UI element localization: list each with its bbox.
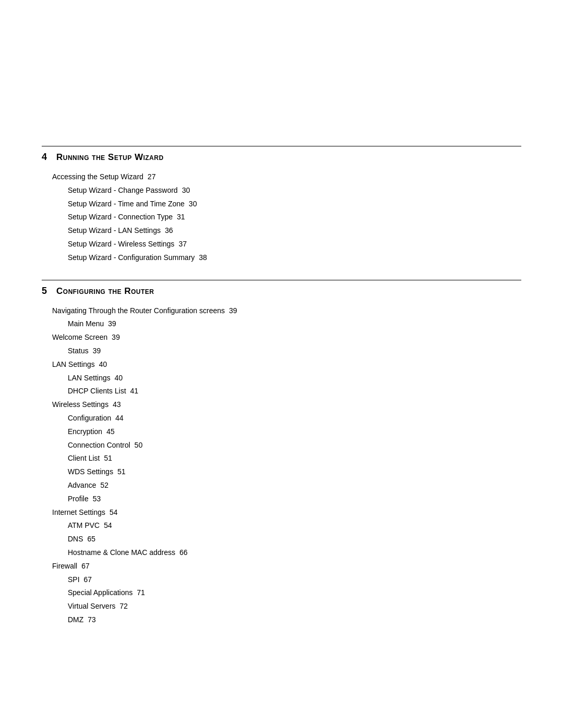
toc-entry: WDS Settings51: [42, 466, 521, 478]
toc-label: Client List: [68, 452, 100, 465]
toc-entry: ATM PVC54: [42, 520, 521, 532]
toc-entry: DNS65: [42, 533, 521, 546]
section-header-5: 5Configuring the Router: [42, 280, 521, 299]
toc-page: 45: [106, 426, 115, 438]
toc-entry: Firewall67: [42, 560, 521, 573]
toc-entry: DHCP Clients List41: [42, 385, 521, 398]
toc-page: 30: [189, 198, 197, 211]
toc-entry: Setup Wizard - Time and Time Zone30: [42, 198, 521, 211]
toc-label: Setup Wizard - Connection Type: [68, 211, 173, 224]
toc-page: 40: [99, 359, 107, 371]
toc-label: Setup Wizard - Change Password: [68, 184, 178, 197]
toc-entry: Encryption45: [42, 426, 521, 438]
toc-entry: Advance52: [42, 479, 521, 492]
section-number-5: 5: [42, 286, 47, 297]
toc-container: 4Running the Setup WizardAccessing the S…: [42, 146, 521, 626]
toc-page: 54: [109, 507, 118, 519]
toc-label: Wireless Settings: [52, 399, 108, 411]
section-title-4: Running the Setup Wizard: [56, 152, 164, 163]
toc-label: Configuration: [68, 412, 111, 425]
toc-entry: Virtual Servers72: [42, 600, 521, 613]
toc-entry: Setup Wizard - LAN Settings36: [42, 225, 521, 237]
toc-page: 54: [104, 520, 112, 532]
toc-page: 38: [199, 252, 207, 264]
toc-page: 36: [165, 225, 173, 237]
toc-entry: Special Applications71: [42, 587, 521, 599]
toc-entry: Wireless Settings43: [42, 399, 521, 411]
toc-entry: Navigating Through the Router Configurat…: [42, 305, 521, 317]
toc-entry: Setup Wizard - Wireless Settings37: [42, 238, 521, 251]
toc-page: 44: [115, 412, 124, 425]
toc-entry: Setup Wizard - Configuration Summary38: [42, 252, 521, 264]
toc-label: DNS: [68, 533, 83, 546]
toc-entry: Accessing the Setup Wizard27: [42, 171, 521, 183]
toc-label: Special Applications: [68, 587, 133, 599]
toc-entry: Welcome Screen39: [42, 331, 521, 344]
toc-label: Navigating Through the Router Configurat…: [52, 305, 225, 317]
toc-entry: Profile53: [42, 493, 521, 505]
toc-page: 67: [81, 560, 90, 573]
toc-page: 40: [115, 372, 123, 385]
toc-page: 37: [179, 238, 187, 251]
toc-page: 39: [93, 345, 101, 357]
toc-entries-5: Navigating Through the Router Configurat…: [42, 305, 521, 626]
toc-label: Firewall: [52, 560, 77, 573]
toc-page: 52: [100, 479, 108, 492]
toc-label: Hostname & Clone MAC address: [68, 547, 175, 559]
toc-label: DHCP Clients List: [68, 385, 126, 398]
toc-entry: LAN Settings40: [42, 372, 521, 385]
toc-entry: Main Menu39: [42, 318, 521, 330]
toc-label: Connection Control: [68, 439, 130, 452]
toc-entry: LAN Settings40: [42, 359, 521, 371]
toc-entry: Status39: [42, 345, 521, 357]
toc-page: 31: [177, 211, 185, 224]
toc-page: 73: [88, 614, 96, 626]
toc-page: 27: [148, 171, 156, 183]
toc-entry: Client List51: [42, 452, 521, 465]
section-number-4: 4: [42, 152, 47, 163]
toc-page: 66: [179, 547, 188, 559]
toc-label: ATM PVC: [68, 520, 100, 532]
toc-entry: Hostname & Clone MAC address66: [42, 547, 521, 559]
section-title-5: Configuring the Router: [56, 286, 154, 297]
toc-entry: SPI67: [42, 574, 521, 586]
toc-page: 39: [108, 318, 116, 330]
toc-page: 51: [117, 466, 126, 478]
toc-label: Setup Wizard - Wireless Settings: [68, 238, 175, 251]
toc-page: 53: [93, 493, 101, 505]
toc-label: Welcome Screen: [52, 331, 107, 344]
top-spacer: [42, 31, 521, 146]
toc-label: Main Menu: [68, 318, 104, 330]
section-4: 4Running the Setup WizardAccessing the S…: [42, 146, 521, 264]
toc-entry: Setup Wizard - Change Password30: [42, 184, 521, 197]
toc-entries-4: Accessing the Setup Wizard27Setup Wizard…: [42, 171, 521, 264]
toc-page: 65: [88, 533, 96, 546]
toc-page: 39: [229, 305, 237, 317]
toc-label: Setup Wizard - Time and Time Zone: [68, 198, 185, 211]
toc-label: Internet Settings: [52, 507, 105, 519]
toc-page: 51: [104, 452, 112, 465]
toc-label: WDS Settings: [68, 466, 113, 478]
toc-page: 50: [134, 439, 143, 452]
toc-label: Profile: [68, 493, 89, 505]
toc-entry: Internet Settings54: [42, 507, 521, 519]
toc-label: LAN Settings: [52, 359, 95, 371]
toc-label: Accessing the Setup Wizard: [52, 171, 143, 183]
toc-label: Advance: [68, 479, 96, 492]
toc-page: 41: [130, 385, 139, 398]
page: 4Running the Setup WizardAccessing the S…: [0, 0, 563, 728]
toc-label: DMZ: [68, 614, 83, 626]
toc-label: Virtual Servers: [68, 600, 116, 613]
toc-page: 39: [112, 331, 120, 344]
toc-label: Setup Wizard - LAN Settings: [68, 225, 161, 237]
toc-label: Status: [68, 345, 89, 357]
toc-page: 72: [120, 600, 128, 613]
toc-label: LAN Settings: [68, 372, 111, 385]
section-header-4: 4Running the Setup Wizard: [42, 146, 521, 165]
toc-entry: Setup Wizard - Connection Type31: [42, 211, 521, 224]
toc-page: 30: [182, 184, 190, 197]
section-5: 5Configuring the RouterNavigating Throug…: [42, 280, 521, 626]
toc-page: 43: [113, 399, 121, 411]
toc-label: Encryption: [68, 426, 102, 438]
toc-label: SPI: [68, 574, 80, 586]
